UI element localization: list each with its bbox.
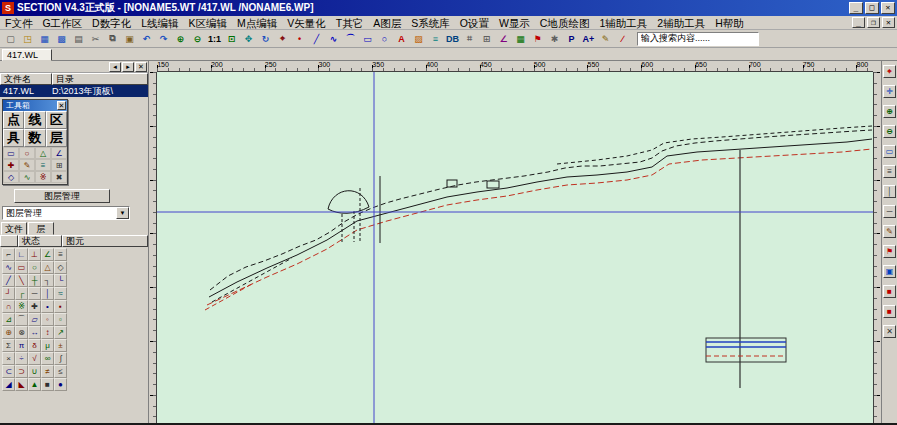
left-toolbox-close-icon[interactable]: ✕ xyxy=(57,101,66,110)
minimize-button[interactable]: _ xyxy=(849,2,863,14)
strip-red-icon[interactable]: ■ xyxy=(883,285,896,298)
pen-icon[interactable]: ✎ xyxy=(597,31,614,47)
toolbox-mini-icon[interactable]: ◇ xyxy=(3,171,19,183)
symbol-icon[interactable]: ✱ xyxy=(546,31,563,47)
menu-item[interactable]: D数字化 xyxy=(87,16,136,29)
panel-next-button[interactable]: ▸ xyxy=(122,62,134,72)
palette-icon[interactable]: ↗ xyxy=(54,326,67,339)
palette-icon[interactable]: ⊃ xyxy=(15,365,28,378)
palette-icon[interactable]: ÷ xyxy=(15,352,28,365)
point-tool-icon[interactable]: • xyxy=(291,31,308,47)
menu-item[interactable]: G工作区 xyxy=(37,16,87,29)
strip-pan-icon[interactable]: ✛ xyxy=(883,85,896,98)
palette-icon[interactable]: △ xyxy=(41,261,54,274)
palette-icon[interactable]: ∞ xyxy=(41,352,54,365)
menu-item[interactable]: H帮助 xyxy=(710,16,749,29)
palette-icon[interactable]: ▲ xyxy=(28,378,41,391)
palette-icon[interactable]: ◦ xyxy=(41,313,54,326)
doc-restore-button[interactable]: ❐ xyxy=(867,17,880,28)
menu-item[interactable]: L线编辑 xyxy=(136,16,183,29)
save-icon[interactable]: ▦ xyxy=(36,31,53,47)
toolbox-category-tab[interactable]: 点 xyxy=(3,111,24,129)
toolbox-category-tab[interactable]: 数 xyxy=(24,129,45,147)
toolbox-mini-icon[interactable]: ⊞ xyxy=(51,159,67,171)
palette-element-column[interactable]: 图元 xyxy=(62,235,148,247)
palette-icon[interactable]: ◢ xyxy=(2,378,15,391)
palette-icon[interactable]: ╲ xyxy=(15,274,28,287)
palette-icon[interactable]: ⊿ xyxy=(2,313,15,326)
menu-item[interactable]: 2辅助工具 xyxy=(652,16,710,29)
palette-icon[interactable]: ⌒ xyxy=(15,313,28,326)
paste-icon[interactable]: ▣ xyxy=(121,31,138,47)
toolbox-mini-icon[interactable]: ∿ xyxy=(19,171,35,183)
palette-icon[interactable]: √ xyxy=(28,352,41,365)
slash-icon[interactable]: ∕ xyxy=(614,31,631,47)
toolbox-category-tab[interactable]: 线 xyxy=(24,111,45,129)
database-icon[interactable]: DB xyxy=(444,31,461,47)
file-dir-column-header[interactable]: 目录 xyxy=(52,73,148,85)
print-icon[interactable]: ▤ xyxy=(70,31,87,47)
toolbox-category-tab[interactable]: 区 xyxy=(46,111,67,129)
line-tool-icon[interactable]: ╱ xyxy=(308,31,325,47)
select-icon[interactable]: ⌖ xyxy=(274,31,291,47)
menu-item[interactable]: F文件 xyxy=(0,16,37,29)
search-input[interactable] xyxy=(637,32,759,46)
palette-icon[interactable]: ╱ xyxy=(2,274,15,287)
palette-icon[interactable]: ※ xyxy=(15,300,28,313)
grid-icon[interactable]: ⌗ xyxy=(461,31,478,47)
toolbox-mini-icon[interactable]: △ xyxy=(35,147,51,159)
chevron-down-icon[interactable]: ▼ xyxy=(116,207,129,219)
file-row-selected[interactable]: 417.WL D:\2013年顶板\ xyxy=(0,85,148,97)
layer-manage-button[interactable]: 图层管理 xyxy=(14,189,110,203)
polyline-tool-icon[interactable]: ∿ xyxy=(325,31,342,47)
palette-icon[interactable]: ≡ xyxy=(54,248,67,261)
file-name-column-header[interactable]: 文件名 xyxy=(0,73,52,85)
close-button[interactable]: ✕ xyxy=(881,2,895,14)
palette-icon[interactable]: ∫ xyxy=(54,352,67,365)
palette-icon[interactable]: ┌ xyxy=(15,287,28,300)
pan-icon[interactable]: ✥ xyxy=(240,31,257,47)
palette-icon[interactable]: ┐ xyxy=(41,274,54,287)
toolbox-category-tab[interactable]: 具 xyxy=(3,129,24,147)
toolbox-mini-icon[interactable]: ≡ xyxy=(35,159,51,171)
palette-icon[interactable]: ◣ xyxy=(15,378,28,391)
zoom-out-icon[interactable]: ⊖ xyxy=(189,31,206,47)
rect-tool-icon[interactable]: ▭ xyxy=(359,31,376,47)
layers-icon[interactable]: ≡ xyxy=(427,31,444,47)
doc-close-button[interactable]: ✕ xyxy=(882,17,895,28)
toolbox-mini-icon[interactable]: ✖ xyxy=(51,171,67,183)
palette-icon[interactable]: ▱ xyxy=(28,313,41,326)
palette-icon[interactable]: ⊂ xyxy=(2,365,15,378)
menu-item[interactable]: A图层 xyxy=(368,16,406,29)
open-file-icon[interactable]: ◳ xyxy=(19,31,36,47)
palette-icon[interactable]: ✚ xyxy=(28,300,41,313)
flag-icon[interactable]: ⚑ xyxy=(529,31,546,47)
menu-item[interactable]: W显示 xyxy=(494,16,535,29)
palette-icon[interactable]: ▭ xyxy=(15,261,28,274)
measure-icon[interactable]: ∠ xyxy=(495,31,512,47)
toolbox-mini-icon[interactable]: ▭ xyxy=(3,147,19,159)
toolbox-category-tab[interactable]: 层 xyxy=(46,129,67,147)
palette-icon[interactable]: ┘ xyxy=(2,287,15,300)
copy-icon[interactable]: ⧉ xyxy=(104,31,121,47)
palette-icon[interactable]: └ xyxy=(54,274,67,287)
menu-item[interactable]: V矢量化 xyxy=(282,16,331,29)
strip-hline-icon[interactable]: ─ xyxy=(883,205,896,218)
maximize-button[interactable]: □ xyxy=(865,2,879,14)
strip-box-icon[interactable]: ▣ xyxy=(883,265,896,278)
doc-minimize-button[interactable]: _ xyxy=(852,17,865,28)
text-tool-icon[interactable]: A xyxy=(393,31,410,47)
menu-item[interactable]: 1辅助工具 xyxy=(594,16,652,29)
palette-icon[interactable]: ▪ xyxy=(54,300,67,313)
layer-dropdown[interactable]: 图层管理 ▼ xyxy=(2,206,130,220)
palette-icon[interactable]: ∩ xyxy=(2,300,15,313)
strip-close-icon[interactable]: ✕ xyxy=(883,325,896,338)
palette-icon[interactable]: ± xyxy=(54,339,67,352)
palette-icon[interactable]: ● xyxy=(54,378,67,391)
strip-rect-icon[interactable]: ▭ xyxy=(883,145,896,158)
palette-icon[interactable]: ○ xyxy=(28,261,41,274)
palette-icon[interactable]: δ xyxy=(28,339,41,352)
toolbox-mini-icon[interactable]: ※ xyxy=(35,171,51,183)
menu-item[interactable]: C地质绘图 xyxy=(535,16,595,29)
menu-item[interactable]: T其它 xyxy=(331,16,368,29)
